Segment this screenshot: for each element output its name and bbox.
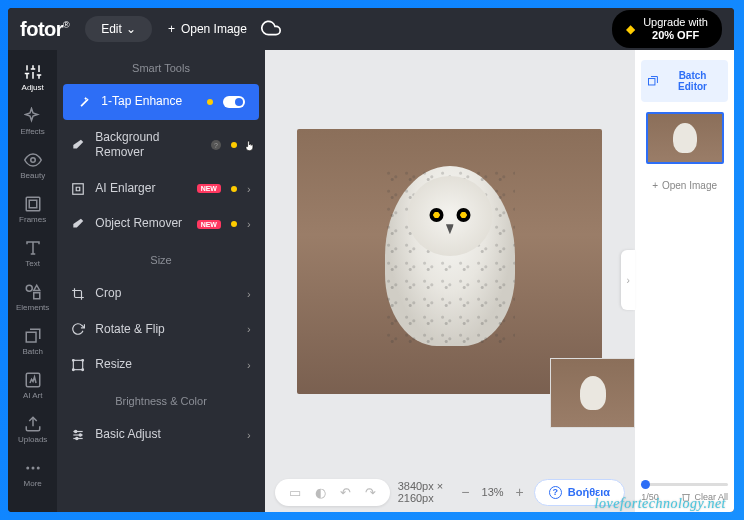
beauty-icon [24, 151, 42, 169]
undo-button[interactable]: ↶ [340, 485, 351, 500]
tool-label: Crop [95, 286, 237, 302]
sidebar-item-elements[interactable]: Elements [10, 276, 56, 318]
zoom-level: 13% [482, 486, 504, 498]
tool-1tap-enhance[interactable]: 1-Tap Enhance [63, 84, 258, 120]
chevron-right-icon: › [247, 323, 251, 335]
help-button[interactable]: ? Βοήθεια [534, 479, 625, 506]
sidebar-item-aiart[interactable]: AI Art [10, 364, 56, 406]
sidebar-item-batch[interactable]: Batch [10, 320, 56, 362]
sliders-icon [71, 428, 85, 442]
open-image-right-button[interactable]: + Open Image [646, 174, 723, 197]
sidebar-label: Effects [21, 127, 45, 136]
redo-button[interactable]: ↷ [365, 485, 376, 500]
chevron-right-icon: › [247, 359, 251, 371]
right-thumbnail[interactable] [646, 112, 724, 164]
svg-point-33 [80, 433, 82, 435]
expand-right-panel-button[interactable]: › [621, 250, 635, 310]
info-dot-icon: ? [211, 140, 221, 150]
top-toolbar: fotor® Edit ⌄ + Open Image ◆ Upgrade wit… [8, 8, 734, 50]
tool-label: Resize [95, 357, 237, 373]
svg-rect-15 [33, 292, 39, 298]
chevron-down-icon: ⌄ [126, 22, 136, 36]
chevron-right-icon: › [247, 429, 251, 441]
sidebar-item-beauty[interactable]: Beauty [10, 144, 56, 186]
aiart-icon [24, 371, 42, 389]
chevron-right-icon: › [247, 139, 251, 151]
adjust-icon [24, 63, 42, 81]
diamond-icon: ◆ [626, 22, 635, 36]
batch-editor-button[interactable]: Batch Editor [641, 60, 728, 102]
tool-label: AI Enlarger [95, 181, 186, 197]
enhance-toggle[interactable] [223, 96, 245, 108]
wand-icon [77, 95, 91, 109]
canvas-area: ▭ ◐ ↶ ↷ 3840px × 2160px − 13% + ? Βοήθει… [265, 50, 636, 512]
premium-dot-icon [231, 186, 237, 192]
svg-rect-17 [26, 332, 36, 342]
eraser-icon [71, 217, 85, 231]
left-sidebar: Adjust Effects Beauty Frames Text Elemen… [8, 50, 57, 512]
sidebar-item-adjust[interactable]: Adjust [10, 56, 56, 98]
frames-icon [24, 195, 42, 213]
thumbnail-size-slider[interactable] [641, 483, 728, 486]
tool-label: Rotate & Flip [95, 322, 237, 338]
cloud-icon [261, 18, 281, 38]
sidebar-item-uploads[interactable]: Uploads [10, 408, 56, 450]
right-panel: › Batch Editor + Open Image 1/50 Clear A… [635, 50, 734, 512]
svg-point-9 [30, 157, 35, 162]
premium-dot-icon [231, 142, 237, 148]
compare-icon[interactable]: ▭ [289, 485, 301, 500]
zoom-controls: 3840px × 2160px − 13% + [398, 480, 526, 504]
sidebar-item-effects[interactable]: Effects [10, 100, 56, 142]
sidebar-label: Beauty [20, 171, 45, 180]
tool-resize[interactable]: Resize › [57, 347, 264, 383]
page-indicator: 1/50 [641, 492, 659, 502]
sidebar-item-more[interactable]: More [10, 452, 56, 494]
sidebar-label: More [24, 479, 42, 488]
tool-rotate[interactable]: Rotate & Flip › [57, 312, 264, 348]
zoom-in-button[interactable]: + [514, 482, 526, 502]
tool-ai-enlarger[interactable]: AI Enlarger NEW › [57, 171, 264, 207]
tool-crop[interactable]: Crop › [57, 276, 264, 312]
svg-point-32 [75, 430, 77, 432]
sidebar-label: Text [25, 259, 40, 268]
section-header-smart: Smart Tools [57, 50, 264, 84]
rotate-icon [71, 322, 85, 336]
tool-object-remover[interactable]: Object Remover NEW › [57, 206, 264, 242]
sidebar-label: Adjust [22, 83, 44, 92]
zoom-out-button[interactable]: − [459, 482, 471, 502]
crop-icon [71, 287, 85, 301]
history-controls: ▭ ◐ ↶ ↷ [275, 479, 390, 506]
svg-point-28 [82, 369, 84, 371]
filmstrip-thumbnail[interactable] [550, 358, 635, 428]
svg-rect-23 [73, 183, 84, 194]
clear-all-button[interactable]: Clear All [681, 492, 728, 502]
enlarger-icon [71, 182, 85, 196]
svg-point-26 [82, 359, 84, 361]
sidebar-item-text[interactable]: Text [10, 232, 56, 274]
cloud-button[interactable] [261, 18, 281, 41]
svg-rect-35 [649, 79, 655, 85]
main-image[interactable] [297, 129, 602, 394]
trash-icon [681, 492, 691, 502]
tool-label: Basic Adjust [95, 427, 237, 443]
svg-point-21 [31, 466, 34, 469]
tool-basic-adjust[interactable]: Basic Adjust › [57, 417, 264, 453]
open-image-button[interactable]: + Open Image [168, 22, 247, 36]
resize-icon [71, 358, 85, 372]
premium-dot-icon [231, 221, 237, 227]
sidebar-label: AI Art [23, 391, 43, 400]
tools-panel: Smart Tools 1-Tap Enhance Background Rem… [57, 50, 264, 512]
tool-bg-remover[interactable]: Background Remover ? › [57, 120, 264, 171]
section-header-brightness: Brightness & Color [57, 383, 264, 417]
edit-dropdown[interactable]: Edit ⌄ [85, 16, 152, 42]
new-badge: NEW [197, 220, 221, 229]
upgrade-button[interactable]: ◆ Upgrade with20% OFF [612, 10, 722, 48]
split-icon[interactable]: ◐ [315, 485, 326, 500]
canvas-viewport[interactable] [265, 50, 636, 472]
svg-rect-10 [26, 197, 40, 211]
logo: fotor® [20, 18, 69, 41]
eraser-icon [71, 138, 85, 152]
chevron-right-icon: › [247, 288, 251, 300]
chevron-right-icon: › [247, 183, 251, 195]
sidebar-item-frames[interactable]: Frames [10, 188, 56, 230]
